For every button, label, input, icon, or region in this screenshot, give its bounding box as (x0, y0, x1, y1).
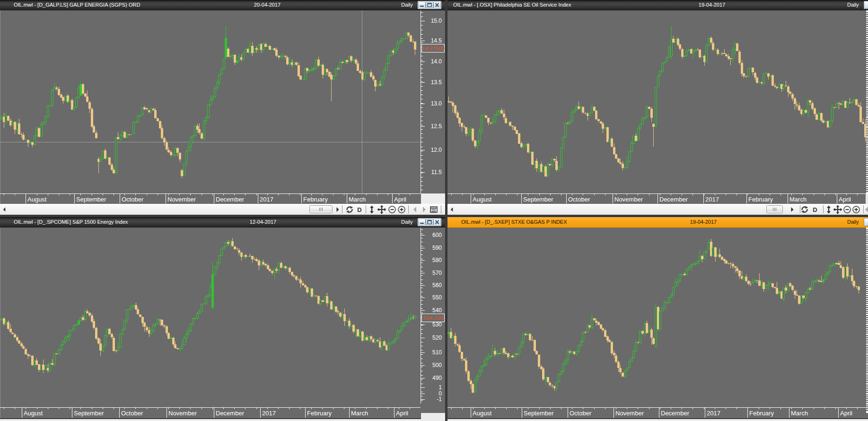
svg-text:600: 600 (432, 232, 442, 238)
svg-text:580: 580 (432, 257, 442, 263)
svg-text:November: November (168, 410, 197, 417)
svg-text:April: April (839, 196, 851, 203)
svg-text:November: November (615, 410, 644, 417)
svg-text:September: September (524, 410, 554, 417)
svg-text:September: September (523, 196, 553, 203)
svg-text:December: December (659, 196, 688, 203)
svg-text:14.27500: 14.27500 (422, 45, 445, 51)
svg-text:February: February (749, 410, 774, 417)
svg-text:-1: -1 (437, 396, 442, 403)
svg-text:2017: 2017 (707, 410, 720, 417)
svg-text:2017: 2017 (260, 196, 273, 203)
svg-text:March: March (349, 196, 366, 203)
svg-text:September: September (76, 196, 106, 203)
svg-text:October: October (570, 410, 592, 417)
svg-text:14.0: 14.0 (431, 58, 442, 65)
svg-text:August: August (27, 196, 47, 203)
svg-text:13.0: 13.0 (431, 100, 442, 107)
svg-text:April: April (396, 410, 408, 417)
svg-text:October: October (568, 196, 590, 203)
svg-text:570: 570 (432, 270, 442, 276)
svg-text:15.0: 15.0 (431, 18, 442, 24)
svg-text:2017: 2017 (705, 196, 719, 203)
svg-text:February: February (748, 196, 773, 203)
svg-text:March: March (791, 410, 808, 417)
svg-text:12.5: 12.5 (431, 123, 442, 130)
svg-text:August: August (24, 410, 43, 417)
svg-text:510: 510 (432, 349, 442, 356)
svg-text:December: December (216, 410, 245, 417)
svg-text:12.0: 12.0 (431, 147, 442, 153)
svg-text:April: April (394, 196, 406, 203)
svg-text:490: 490 (432, 375, 442, 381)
svg-text:December: December (661, 410, 690, 417)
svg-text:11.5: 11.5 (431, 169, 442, 175)
svg-text:September: September (74, 410, 104, 417)
svg-text:2017: 2017 (262, 410, 276, 417)
svg-text:590: 590 (432, 245, 442, 251)
svg-text:550: 550 (432, 294, 442, 301)
svg-text:13.5: 13.5 (431, 79, 442, 86)
svg-text:December: December (216, 196, 245, 203)
svg-text:520: 520 (432, 334, 442, 341)
svg-text:560: 560 (432, 282, 442, 289)
svg-text:534.100: 534.100 (423, 315, 443, 321)
svg-text:1: 1 (438, 384, 442, 391)
svg-text:August: August (473, 196, 492, 203)
svg-text:March: March (351, 410, 368, 417)
svg-text:April: April (840, 410, 852, 417)
svg-text:November: November (167, 196, 196, 203)
svg-text:February: February (303, 196, 328, 203)
svg-text:500: 500 (432, 362, 442, 368)
svg-text:November: November (614, 196, 643, 203)
svg-text:August: August (473, 410, 492, 417)
svg-text:March: March (789, 196, 807, 203)
svg-text:October: October (122, 196, 144, 203)
svg-text:October: October (121, 410, 143, 417)
svg-text:540: 540 (432, 307, 442, 314)
svg-text:February: February (307, 410, 332, 417)
svg-text:14.5: 14.5 (431, 37, 442, 44)
